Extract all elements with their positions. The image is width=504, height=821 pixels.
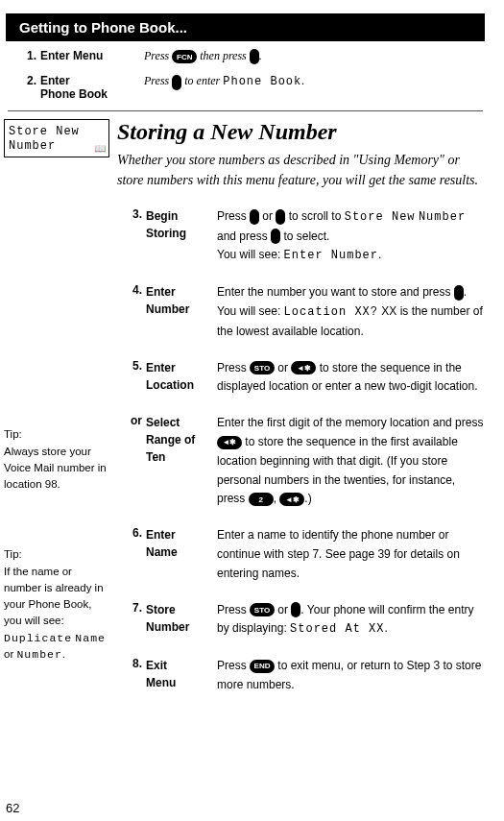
text: or [275, 361, 291, 374]
text: Enter [146, 285, 176, 299]
step-label: Select Range of Ten [142, 414, 217, 509]
text: Number [146, 620, 189, 634]
text: Select [146, 416, 180, 429]
step-number: or [117, 414, 142, 509]
lcd-text: Number [16, 648, 61, 661]
up-key-icon [250, 209, 259, 225]
lcd-preview-box: Store New Number 📖 [4, 119, 109, 157]
header-title: Getting to Phone Book... [19, 19, 187, 36]
text: . [62, 648, 65, 660]
step-number: 8. [117, 657, 142, 695]
main-content: Storing a New Number Whether you store n… [117, 119, 491, 716]
step-description: Enter a name to identify the phone numbe… [217, 526, 485, 583]
step-label: Enter Name [142, 526, 217, 583]
text: Press [217, 209, 250, 223]
tip-body: If the name or number is already in your… [4, 566, 104, 627]
lcd-text: Phone Book [223, 75, 301, 88]
lcd-text: Stored At XX [290, 622, 384, 636]
text: Press [217, 361, 250, 374]
step-description: Enter the first digit of the memory loca… [217, 414, 485, 509]
text: . [259, 49, 262, 62]
lcd-text: Number [419, 210, 466, 224]
nav-key-icon [172, 75, 181, 90]
step-label: Begin Storing [142, 207, 217, 266]
step-description: Press FCN then press . [144, 49, 479, 64]
step-number: 2. [17, 74, 36, 87]
text: . [378, 248, 381, 261]
text: You will see: [217, 248, 284, 261]
step-description: Press to enter Phone Book. [144, 74, 479, 89]
text: Press [217, 659, 250, 672]
text: . [301, 74, 304, 87]
nav-key-icon [271, 229, 280, 244]
book-icon: 📖 [94, 143, 106, 154]
text: Enter [146, 528, 176, 542]
step-3: 3. Begin Storing Press or to scroll to S… [117, 207, 485, 266]
lcd-text: Store New [9, 125, 80, 138]
text: to enter [181, 74, 223, 87]
lcd-text: Name [75, 632, 106, 644]
step-8: 8. Exit Menu Press END to exit menu, or … [117, 657, 485, 695]
step-number: 7. [117, 601, 142, 640]
step-description: Press STO or . Your phone will confirm t… [217, 601, 485, 640]
text: , [274, 492, 280, 505]
text: Enter a name to identify the phone numbe… [217, 528, 460, 580]
text: Enter the number you want to store and p… [217, 285, 454, 299]
step-label: Exit Menu [142, 657, 217, 695]
lcd-text: Enter Number [284, 249, 378, 262]
step-number: 4. [117, 283, 142, 341]
step-number: 6. [117, 526, 142, 583]
text: to scroll to [285, 209, 344, 223]
step-label: Enter Phone Book [36, 74, 144, 101]
star-key-icon: ◄✱ [217, 436, 242, 449]
text: Ten [146, 450, 165, 464]
text: Enter [146, 361, 176, 374]
text: then press [197, 49, 250, 62]
intro-step-2: 2. Enter Phone Book Press to enter Phone… [0, 74, 491, 101]
text: and press [217, 229, 271, 243]
divider [8, 110, 483, 111]
intro-step-1: 1. Enter Menu Press FCN then press . [0, 49, 491, 64]
end-key-icon: END [250, 660, 275, 673]
step-label: Enter Menu [36, 49, 144, 62]
step-description: Enter the number you want to store and p… [217, 283, 485, 341]
star-key-icon: ◄✱ [279, 493, 304, 506]
text: Enter [40, 74, 70, 87]
tip-label: Tip: [4, 548, 22, 560]
step-number: 1. [17, 49, 36, 62]
text: to select. [280, 229, 329, 243]
text: Phone Book [40, 87, 108, 101]
nav-key-icon [291, 602, 300, 617]
down-key-icon [276, 209, 285, 225]
step-label: Enter Location [142, 359, 217, 398]
text: Menu [146, 676, 176, 689]
text: Exit [146, 659, 167, 672]
sidebar: Store New Number 📖 Tip: Always store you… [0, 119, 117, 716]
text: Location [146, 378, 194, 392]
lcd-text: Duplicate [4, 632, 72, 644]
text: Store [146, 603, 176, 616]
text: Press [144, 49, 172, 62]
lcd-text: Store New [345, 210, 416, 224]
lcd-text: Location XX? [284, 305, 378, 319]
step-description: Press or to scroll to Store New Number a… [217, 207, 485, 266]
step-7: 7. Store Number Press STO or . Your phon… [117, 601, 485, 640]
text: Press [144, 74, 172, 87]
tip-1: Tip: Always store your Voice Mail number… [4, 426, 109, 493]
step-number: 5. [117, 359, 142, 398]
text: Press [217, 603, 250, 616]
text: . [384, 621, 387, 635]
step-description: Press END to exit menu, or return to Ste… [217, 657, 485, 695]
lcd-text: Number [9, 139, 56, 153]
text: .) [304, 492, 311, 505]
text: Storing [146, 227, 186, 240]
sto-key-icon: STO [250, 603, 275, 616]
step-label: Enter Number [142, 283, 217, 341]
step-or: or Select Range of Ten Enter the first d… [117, 414, 485, 509]
tip-label: Tip: [4, 428, 22, 440]
text: Begin [146, 209, 178, 223]
text: or [275, 603, 291, 616]
step-4: 4. Enter Number Enter the number you wan… [117, 283, 485, 341]
step-number: 3. [117, 207, 142, 266]
text: Enter the first digit of the memory loca… [217, 416, 483, 429]
